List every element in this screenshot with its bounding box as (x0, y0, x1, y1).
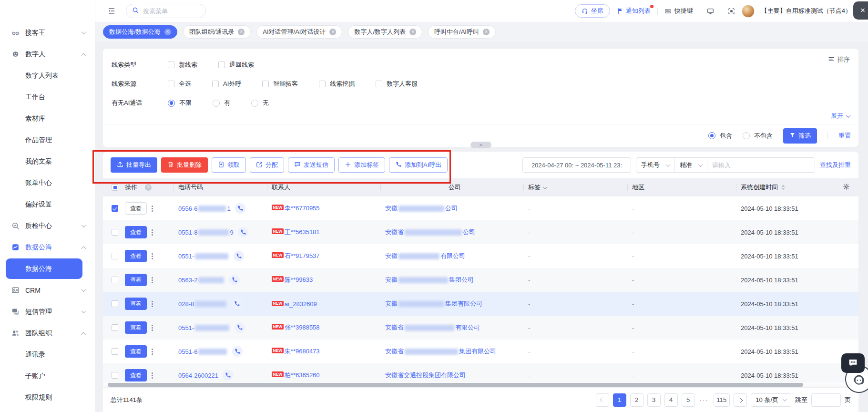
page-button-3[interactable]: 3 (647, 393, 661, 407)
sidebar-item-数据公海[interactable]: 数据公海 (0, 237, 95, 258)
checkbox-退回线索[interactable]: 退回线索 (218, 61, 254, 69)
company-link[interactable]: 安徽省集团有限公司 (385, 347, 496, 356)
tab-AI对话管理/AI对话设计[interactable]: AI对话管理/AI对话设计× (256, 25, 342, 39)
bulk-button-添加标签[interactable]: 添加标签 (338, 157, 385, 173)
sort-asc-icon[interactable] (781, 185, 785, 187)
collapse-sidebar-icon[interactable] (108, 7, 115, 15)
page-button-2[interactable]: 2 (630, 393, 643, 407)
phone-link[interactable]: 0556-61 (178, 205, 231, 212)
expand-link[interactable]: 展开 (831, 112, 850, 120)
sidebar-item-短信管理[interactable]: 短信管理 (0, 301, 95, 322)
column-header-联系人[interactable]: 联系人 (272, 183, 385, 192)
more-actions-icon[interactable] (152, 253, 153, 259)
checkbox-智能拓客[interactable]: 智能拓客 (262, 80, 298, 88)
contact-link[interactable]: 朱**9680473 (285, 347, 320, 356)
include-radio[interactable]: 包含 (708, 132, 732, 140)
view-button[interactable]: 查看 (125, 321, 147, 334)
page-button-115[interactable]: 115 (714, 393, 730, 407)
phone-link[interactable]: 0564-2600221 (178, 372, 218, 379)
row-checkbox[interactable] (112, 205, 118, 212)
checkbox-线索挖掘[interactable]: 线索挖掘 (319, 80, 355, 88)
screenshot-icon[interactable] (728, 8, 735, 15)
apply-filter-button[interactable]: 筛选 (783, 128, 817, 144)
dedupe-link[interactable]: 查找及排重 (820, 161, 851, 169)
gear-icon[interactable] (843, 183, 850, 192)
menu-search[interactable] (126, 4, 206, 18)
view-button[interactable]: 查看 (125, 298, 147, 310)
date-range-picker[interactable]: 2024-04-27 00: ~ 2024-05-11 23: (522, 157, 631, 173)
avatar[interactable] (742, 5, 755, 18)
more-actions-icon[interactable] (152, 349, 153, 355)
tab-呼叫中台/AI呼叫[interactable]: 呼叫中台/AI呼叫× (428, 25, 496, 39)
call-icon[interactable] (232, 346, 243, 357)
company-link[interactable]: 安徽集团公司 (385, 276, 474, 284)
tab-数据公海/数据公海[interactable]: 数据公海/数据公海× (103, 25, 177, 39)
table-row[interactable]: 查看0551-6NEW朱**9680473安徽省集团有限公司--2024-05-… (103, 340, 858, 363)
radio-有[interactable]: 有 (213, 99, 230, 107)
page-button-4[interactable]: 4 (664, 393, 678, 407)
contact-link[interactable]: ai_2832609 (285, 300, 317, 308)
column-header-电话号码[interactable]: 电话号码 (178, 183, 272, 192)
row-checkbox[interactable] (112, 277, 118, 283)
prev-page-button[interactable] (596, 393, 609, 407)
company-link[interactable]: 安徽省有限公司 (385, 323, 480, 332)
more-actions-icon[interactable] (152, 277, 153, 283)
call-icon[interactable] (229, 275, 240, 285)
more-actions-icon[interactable] (152, 301, 153, 307)
help-icon[interactable]: ? (145, 184, 152, 191)
company-link[interactable]: 安徽公司 (385, 204, 458, 213)
shortcut-button[interactable]: 快捷键 (664, 7, 693, 15)
account-name[interactable]: 【主要】自用标准测试（节点4） (761, 7, 851, 15)
column-header-操作[interactable]: 操作? (125, 183, 178, 192)
tab-close-icon[interactable]: × (483, 29, 490, 35)
field-select[interactable]: 手机号 (636, 158, 675, 172)
table-row[interactable]: 查看0551-89NEW王**5635181安徽省公司--2024-05-10 … (103, 220, 858, 244)
page-button-1[interactable]: 1 (613, 393, 626, 407)
company-link[interactable]: 安徽省公司 (385, 228, 475, 237)
sidebar-subitem-工作台[interactable]: 工作台 (0, 86, 95, 108)
window-close-button[interactable]: × (853, 1, 868, 20)
contact-link[interactable]: 陈**99633 (285, 276, 313, 284)
call-icon[interactable] (235, 322, 245, 333)
view-button[interactable]: 查看 (125, 369, 147, 381)
call-icon[interactable] (223, 370, 233, 381)
phone-link[interactable]: 0551-89 (178, 229, 234, 236)
match-select[interactable]: 精准 (675, 158, 707, 172)
reset-link[interactable]: 重置 (838, 132, 851, 140)
company-link[interactable]: 安徽省交通控股集团有限公司 (385, 371, 466, 380)
sidebar-subitem-素材库[interactable]: 素材库 (0, 108, 95, 129)
more-actions-icon[interactable] (152, 229, 153, 236)
call-icon[interactable] (235, 203, 245, 214)
phone-link[interactable]: 0551- (178, 324, 230, 331)
row-checkbox[interactable] (112, 253, 118, 259)
radio-不限[interactable]: 不限 (168, 99, 192, 107)
table-row[interactable]: 查看0563-2NEW陈**99633安徽集团公司--2024-05-10 18… (103, 268, 858, 292)
call-icon[interactable] (232, 299, 242, 309)
sidebar-subitem-账单中心[interactable]: 账单中心 (0, 172, 95, 194)
bulk-button-批量删除[interactable]: 批量删除 (161, 157, 208, 173)
tab-数字人/数字人列表[interactable]: 数字人/数字人列表× (348, 25, 422, 39)
company-link[interactable]: 安徽有限公司 (385, 252, 465, 260)
tab-close-icon[interactable]: × (164, 29, 171, 35)
sidebar-subitem-子账户[interactable]: 子账户 (0, 365, 95, 387)
checkbox-数字人客服[interactable]: 数字人客服 (376, 80, 418, 88)
tab-close-icon[interactable]: × (409, 29, 416, 35)
view-button[interactable]: 查看 (125, 274, 147, 286)
checkbox-新线索[interactable]: 新线索 (168, 61, 197, 69)
bulk-button-领取[interactable]: 领取 (212, 157, 246, 173)
notifications-button[interactable]: 通知列表 (617, 7, 651, 15)
next-page-button[interactable] (734, 393, 747, 407)
more-actions-icon[interactable] (152, 206, 153, 212)
collapse-panel-handle[interactable] (470, 142, 491, 148)
table-row[interactable]: 查看0551-NEW张**3988558安徽省有限公司--2024-05-10 … (103, 316, 858, 340)
exclude-radio[interactable]: 不包含 (743, 132, 773, 140)
menu-search-input[interactable] (143, 8, 191, 15)
tab-团队组织/通讯录[interactable]: 团队组织/通讯录× (183, 25, 251, 39)
sidebar-subitem-我的文案[interactable]: 我的文案 (0, 151, 95, 172)
row-checkbox[interactable] (112, 372, 118, 379)
table-row[interactable]: 查看0551-NEW石**9179537安徽有限公司--2024-05-10 1… (103, 244, 858, 268)
sort-icons[interactable] (781, 185, 785, 190)
sidebar-subitem-通讯录[interactable]: 通讯录 (0, 344, 95, 365)
agent-button[interactable]: 坐席 (575, 4, 610, 18)
contact-link[interactable]: 李**6770955 (285, 204, 320, 213)
